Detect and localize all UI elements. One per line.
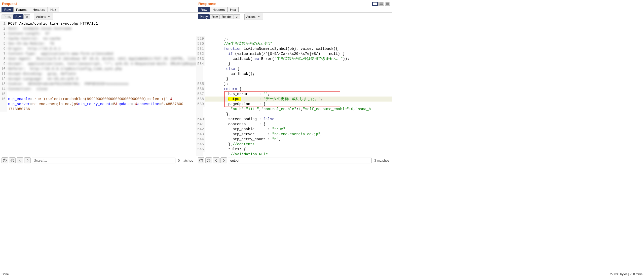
code-line: 12Accept-Language: en-US,en;q=0.9 — [0, 76, 196, 81]
code-line: 15 — [0, 91, 196, 97]
tab-headers[interactable]: Headers — [30, 7, 48, 12]
code-line: 9Accept: application/json, text/javascri… — [0, 61, 196, 66]
code-line: 532 if (value.match(/^[0-9A-Za-z\x20-\x7… — [196, 51, 392, 56]
code-line: 3Content-Length: 97 — [0, 31, 196, 36]
request-header: Request — [0, 0, 196, 7]
code-line: 546 rules: { — [196, 147, 392, 152]
code-line: 11Accept-Encoding: gzip, deflate — [0, 71, 196, 76]
code-line: 2Host: example.local.hostname — [0, 26, 196, 31]
code-line: 5Sec-Ch-Ua-Mobile: ?0 — [0, 41, 196, 46]
code-line: 531 function isAlphaNumericSymbol(obj, v… — [196, 46, 392, 51]
code-line: else { — [196, 66, 392, 71]
chevron-down-icon — [257, 14, 261, 19]
layout-vertical-split-button[interactable] — [372, 2, 378, 6]
code-line: 530 //■半角英数記号のみか判定 — [196, 41, 392, 46]
request-title: Request — [2, 2, 17, 6]
svg-rect-6 — [386, 3, 389, 5]
prev-match-button[interactable] — [213, 157, 219, 163]
layout-horizontal-split-button[interactable] — [378, 2, 384, 6]
code-line: 6Origin: http://10.0.0.1 — [0, 46, 196, 51]
code-line: 544 ntp_retry_count : "5", — [196, 137, 392, 142]
response-match-count: 3 matches — [373, 159, 391, 162]
code-line: 535 }; — [196, 81, 392, 86]
tab-params[interactable]: Params — [13, 7, 30, 12]
code-line: 7Content-Type: application/x-www-form-ur… — [0, 51, 196, 56]
response-sub-toolbar: PrettyRawRender\n Actions — [196, 13, 392, 21]
gear-icon[interactable] — [9, 157, 16, 163]
viewmode-nn[interactable]: \n — [23, 14, 30, 19]
svg-rect-3 — [375, 3, 377, 5]
tab-hex[interactable]: Hex — [227, 7, 239, 12]
code-line: 4Cache-Control: no-cache — [0, 36, 196, 41]
prev-match-button[interactable] — [17, 157, 23, 163]
viewmode-raw[interactable]: Raw — [210, 14, 220, 19]
help-icon[interactable] — [198, 157, 204, 163]
viewmode-raw[interactable]: Raw — [13, 14, 23, 19]
code-line: }, — [196, 112, 392, 117]
layout-single-button[interactable] — [385, 2, 390, 6]
svg-point-1 — [12, 160, 13, 161]
gear-icon[interactable] — [205, 157, 212, 163]
code-line: 13Cookie: SESSID=abcdef0123456789; PHPSE… — [0, 81, 196, 86]
request-panel: Request RawParamsHeadersHex PrettyRaw\n … — [0, 0, 196, 164]
chevron-down-icon — [47, 14, 51, 19]
code-line: 10Referer: http://10.0.0.1/admin/config_… — [0, 66, 196, 71]
svg-point-8 — [208, 160, 209, 161]
svg-rect-5 — [380, 4, 383, 5]
code-line: 541 contents : { — [196, 122, 392, 127]
tab-raw[interactable]: Raw — [198, 7, 210, 12]
code-line: //Validation Rule — [196, 152, 392, 156]
split-container: Request RawParamsHeadersHex PrettyRaw\n … — [0, 0, 392, 164]
viewmode-pretty: Pretty — [2, 14, 13, 19]
code-line: 545 },//contents — [196, 142, 392, 147]
actions-dropdown[interactable]: Actions — [34, 14, 53, 20]
code-line: } — [196, 76, 392, 81]
response-header: Response — [196, 0, 392, 7]
request-code-area[interactable]: 1POST /admin/config_time_sync.php HTTP/1… — [0, 21, 196, 156]
code-line: 543 ntp_server : "re-ene.energia.co.jp", — [196, 132, 392, 137]
tab-headers[interactable]: Headers — [210, 7, 228, 12]
tab-hex[interactable]: Hex — [48, 7, 59, 12]
next-match-button[interactable] — [24, 157, 31, 163]
code-line: 540 screenLoading : false, — [196, 117, 392, 122]
code-line: 533 callback(new Error("半角英数記号以外は使用できません… — [196, 56, 392, 61]
next-match-button[interactable] — [220, 157, 227, 163]
response-title: Response — [198, 2, 216, 6]
help-icon[interactable] — [2, 157, 8, 163]
code-line: 534 } — [196, 61, 392, 66]
code-line: 8User-Agent: Mozilla/5.0 (Windows NT 10.… — [0, 56, 196, 61]
request-search-input[interactable] — [32, 158, 175, 163]
code-line: 529 }; — [196, 36, 392, 41]
code-line: 16ntp_enable=true');select+randomblob(99… — [0, 97, 196, 112]
request-sub-toolbar: PrettyRaw\n Actions — [0, 13, 196, 21]
layout-buttons — [372, 2, 390, 6]
code-line: 14Connection: close — [0, 86, 196, 91]
response-bottom-bar: 3 matches — [196, 156, 392, 164]
code-line: 536 return { — [196, 86, 392, 91]
response-panel: Response RawHeadersHex PrettyRawRender\n… — [196, 0, 392, 164]
viewmode-pretty[interactable]: Pretty — [198, 14, 210, 19]
request-tabs: RawParamsHeadersHex — [0, 7, 196, 13]
response-tabs: RawHeadersHex — [196, 7, 392, 13]
viewmode-nn[interactable]: \n — [234, 14, 240, 19]
request-match-count: 0 matches — [176, 159, 195, 162]
code-line: 1POST /admin/config_time_sync.php HTTP/1… — [0, 21, 196, 26]
response-code-area[interactable]: 529 };530 //■半角英数記号のみか判定531 function isA… — [196, 21, 392, 156]
code-line: 537 has_error : "", — [196, 91, 392, 97]
code-line: 538 output : "データの更新に成功しました。", — [196, 97, 392, 102]
code-line: callback(); — [196, 71, 392, 76]
tab-raw[interactable]: Raw — [2, 7, 14, 12]
code-line: 539 pageOption : { — [196, 102, 392, 107]
request-bottom-bar: 0 matches — [0, 156, 196, 164]
code-line: 542 ntp_enable : "true", — [196, 127, 392, 132]
actions-dropdown[interactable]: Actions — [244, 14, 263, 20]
viewmode-render[interactable]: Render — [220, 14, 234, 19]
code-line: "auth":"1111","control_enable":1,"self_c… — [196, 107, 392, 112]
svg-rect-4 — [380, 3, 383, 4]
svg-rect-2 — [373, 3, 375, 5]
response-search-input[interactable] — [228, 158, 372, 163]
